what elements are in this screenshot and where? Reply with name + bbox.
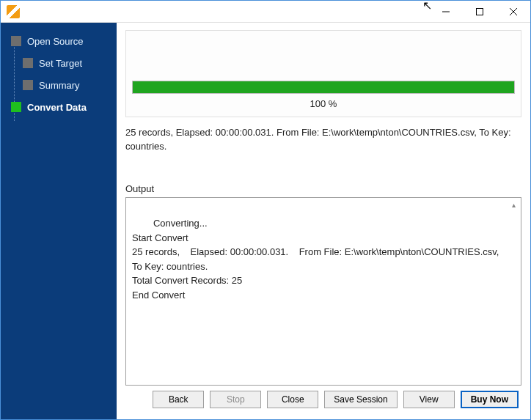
progress-bar [132, 81, 515, 94]
app-window: ↖ Open Source Set Target Summary Convert… [0, 0, 531, 420]
close-icon [510, 8, 517, 15]
stop-button: Stop [210, 391, 261, 408]
view-button[interactable]: View [403, 391, 455, 408]
buy-now-button[interactable]: Buy Now [461, 391, 519, 408]
sidebar-item-label: Set Target [39, 58, 82, 69]
sidebar-item-label: Convert Data [27, 102, 87, 113]
content-panel: 100 % 25 records, Elapsed: 00:00:00.031.… [117, 23, 530, 419]
maximize-icon [476, 8, 483, 15]
save-session-button[interactable]: Save Session [324, 391, 397, 408]
sidebar-item-summary[interactable]: Summary [1, 74, 117, 96]
step-square-icon [23, 58, 33, 68]
progress-area: 100 % [125, 30, 521, 117]
sidebar-item-label: Open Source [27, 36, 84, 47]
scroll-up-icon[interactable]: ▴ [508, 199, 519, 211]
sidebar-item-label: Summary [39, 80, 80, 91]
progress-bar-fill [133, 81, 514, 93]
close-button[interactable]: Close [267, 391, 318, 408]
step-square-icon [23, 80, 33, 90]
maximize-button[interactable] [463, 1, 497, 23]
body: Open Source Set Target Summary Convert D… [1, 23, 530, 419]
window-close-button[interactable] [497, 1, 530, 23]
output-label: Output [125, 183, 521, 194]
titlebar: ↖ [1, 1, 530, 23]
sidebar-item-open-source[interactable]: Open Source [1, 30, 117, 52]
sidebar-item-convert-data[interactable]: Convert Data [1, 96, 117, 118]
svg-rect-1 [477, 8, 483, 15]
sidebar-item-set-target[interactable]: Set Target [1, 52, 117, 74]
progress-percent: 100 % [132, 98, 515, 109]
summary-line: 25 records, Elapsed: 00:00:00.031. From … [125, 126, 521, 154]
step-square-icon [11, 36, 21, 46]
app-icon [7, 5, 20, 18]
sidebar: Open Source Set Target Summary Convert D… [1, 23, 117, 419]
minimize-icon [442, 8, 450, 15]
button-row: Back Stop Close Save Session View Buy No… [125, 386, 521, 413]
step-square-icon [11, 102, 21, 112]
minimize-button[interactable] [429, 1, 463, 23]
output-box[interactable]: ▴Converting... Start Convert 25 records,… [125, 197, 521, 386]
back-button[interactable]: Back [153, 391, 204, 408]
output-text: Converting... Start Convert 25 records, … [132, 218, 510, 301]
